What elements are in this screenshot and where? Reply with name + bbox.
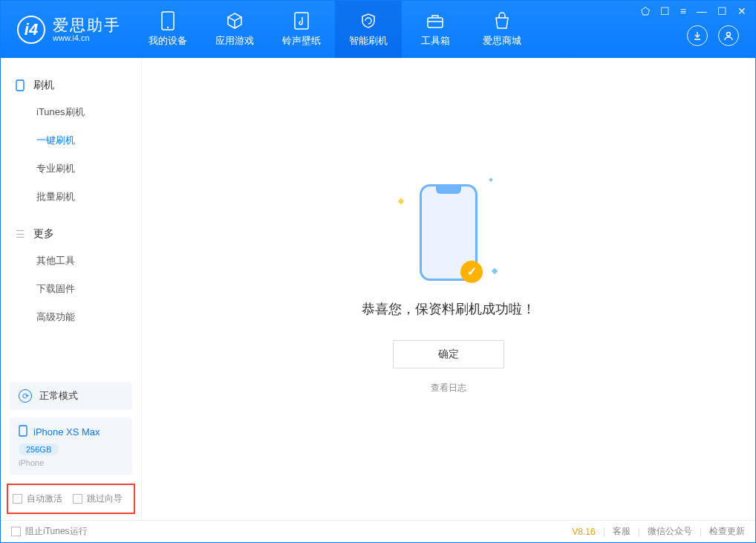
cube-icon bbox=[226, 12, 244, 30]
download-button[interactable] bbox=[687, 25, 708, 46]
ok-button[interactable]: 确定 bbox=[393, 340, 504, 368]
maximize-button[interactable]: ☐ bbox=[717, 5, 727, 17]
success-message: 恭喜您，保资料刷机成功啦！ bbox=[362, 300, 535, 318]
top-nav: 我的设备 应用游戏 铃声壁纸 智能刷机 工具箱 爱思商城 bbox=[134, 1, 535, 58]
nav-my-device[interactable]: 我的设备 bbox=[134, 1, 201, 58]
nav-label: 工具箱 bbox=[421, 34, 450, 48]
sidebar-item-oneclick-flash[interactable]: 一键刷机 bbox=[10, 126, 132, 155]
checkbox-icon bbox=[13, 494, 22, 504]
refresh-shield-icon bbox=[359, 12, 377, 30]
sidebar-item-other-tools[interactable]: 其他工具 bbox=[10, 247, 132, 275]
svg-point-1 bbox=[167, 26, 169, 27]
checkbox-label: 自动激活 bbox=[27, 492, 62, 505]
svg-rect-6 bbox=[16, 80, 24, 91]
device-mode: 正常模式 bbox=[39, 389, 78, 403]
footer-link-update[interactable]: 检查更新 bbox=[709, 525, 745, 538]
options-highlight-row: 自动激活 跳过向导 bbox=[7, 484, 135, 514]
window-controls: ⬠ ☐ ≡ — ☐ ✕ bbox=[641, 5, 746, 17]
checkbox-label: 阻止iTunes运行 bbox=[25, 525, 88, 538]
success-illustration: ✓ bbox=[420, 184, 478, 281]
sidebar-item-itunes-flash[interactable]: iTunes刷机 bbox=[10, 98, 132, 126]
check-badge-icon: ✓ bbox=[460, 261, 483, 283]
svg-rect-2 bbox=[295, 13, 308, 29]
footer-link-service[interactable]: 客服 bbox=[613, 525, 630, 538]
view-log-link[interactable]: 查看日志 bbox=[431, 382, 466, 394]
nav-apps-games[interactable]: 应用游戏 bbox=[201, 1, 268, 58]
device-name: iPhone XS Max bbox=[33, 426, 100, 438]
app-logo: i4 爱思助手 www.i4.cn bbox=[1, 16, 134, 44]
nav-smart-flash[interactable]: 智能刷机 bbox=[335, 1, 402, 58]
device-storage: 256GB bbox=[19, 443, 59, 455]
svg-rect-7 bbox=[19, 426, 27, 436]
nav-store[interactable]: 爱思商城 bbox=[469, 1, 535, 58]
svg-rect-3 bbox=[428, 18, 443, 27]
svg-point-5 bbox=[727, 33, 731, 36]
sidebar-group-more[interactable]: ☰ 更多 bbox=[10, 221, 132, 247]
main-content: ✓ 恭喜您，保资料刷机成功啦！ 确定 查看日志 bbox=[142, 58, 755, 520]
group-label: 更多 bbox=[33, 227, 54, 241]
device-info-card[interactable]: iPhone XS Max 256GB iPhone bbox=[10, 417, 132, 475]
sidebar: 刷机 iTunes刷机 一键刷机 专业刷机 批量刷机 ☰ 更多 其他工具 下载固… bbox=[1, 58, 142, 520]
feedback-icon[interactable]: ☐ bbox=[660, 5, 670, 17]
sidebar-item-advanced[interactable]: 高级功能 bbox=[10, 303, 132, 331]
header-bar: i4 爱思助手 www.i4.cn 我的设备 应用游戏 铃声壁纸 智能刷机 工具… bbox=[1, 1, 755, 58]
nav-label: 我的设备 bbox=[149, 34, 187, 48]
nav-ringtone-wallpaper[interactable]: 铃声壁纸 bbox=[268, 1, 335, 58]
bag-icon bbox=[493, 12, 511, 30]
group-label: 刷机 bbox=[33, 79, 54, 92]
device-icon bbox=[14, 79, 26, 91]
checkbox-block-itunes[interactable]: 阻止iTunes运行 bbox=[11, 525, 88, 538]
sidebar-group-flash[interactable]: 刷机 bbox=[10, 73, 132, 98]
app-subtitle: www.i4.cn bbox=[53, 33, 121, 42]
nav-toolbox[interactable]: 工具箱 bbox=[402, 1, 469, 58]
device-type: iPhone bbox=[19, 458, 123, 467]
phone-graphic: ✓ bbox=[420, 184, 478, 281]
music-file-icon bbox=[293, 12, 310, 30]
checkbox-auto-activate[interactable]: 自动激活 bbox=[13, 492, 62, 505]
nav-label: 智能刷机 bbox=[349, 34, 388, 48]
user-button[interactable] bbox=[718, 25, 739, 46]
phone-small-icon bbox=[19, 425, 27, 439]
mode-icon: ⟳ bbox=[19, 389, 32, 403]
nav-label: 爱思商城 bbox=[483, 34, 521, 48]
checkbox-icon bbox=[11, 527, 21, 536]
nav-label: 铃声壁纸 bbox=[282, 34, 321, 48]
nav-label: 应用游戏 bbox=[215, 34, 254, 48]
minimize-button[interactable]: — bbox=[697, 5, 707, 17]
checkbox-icon bbox=[73, 494, 82, 504]
header-actions bbox=[687, 25, 739, 46]
phone-icon bbox=[159, 12, 177, 30]
sidebar-item-batch-flash[interactable]: 批量刷机 bbox=[10, 183, 132, 211]
footer-bar: 阻止iTunes运行 V8.16 | 客服 | 微信公众号 | 检查更新 bbox=[1, 520, 755, 542]
menu-icon[interactable]: ≡ bbox=[680, 5, 686, 17]
shirt-icon[interactable]: ⬠ bbox=[641, 5, 650, 17]
checkbox-label: 跳过向导 bbox=[87, 492, 123, 505]
close-button[interactable]: ✕ bbox=[737, 5, 746, 17]
sidebar-item-pro-flash[interactable]: 专业刷机 bbox=[10, 155, 132, 183]
footer-link-wechat[interactable]: 微信公众号 bbox=[648, 525, 692, 538]
device-mode-card[interactable]: ⟳ 正常模式 bbox=[10, 382, 132, 410]
sidebar-item-download-firmware[interactable]: 下载固件 bbox=[10, 275, 132, 303]
checkbox-skip-guide[interactable]: 跳过向导 bbox=[73, 492, 123, 505]
list-icon: ☰ bbox=[14, 228, 26, 240]
toolbox-icon bbox=[426, 12, 444, 30]
version-label: V8.16 bbox=[572, 527, 595, 537]
logo-icon: i4 bbox=[17, 16, 45, 44]
app-title: 爱思助手 bbox=[53, 16, 121, 33]
